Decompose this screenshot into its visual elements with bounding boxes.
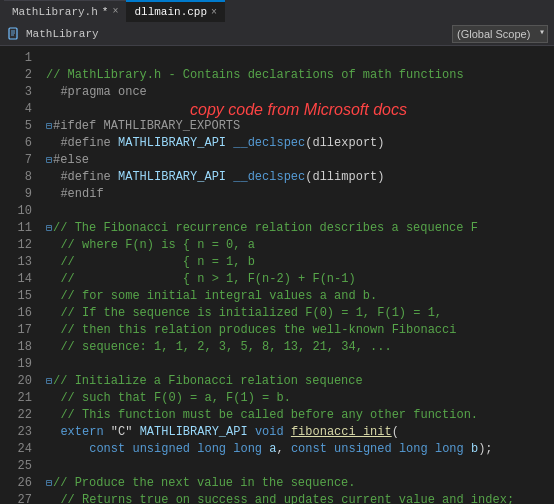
code-line-18 <box>46 356 546 373</box>
code-line-22: extern "C" MATHLIBRARY_API void fibonacc… <box>46 424 546 441</box>
tab-modified-indicator: * <box>102 6 109 18</box>
tab-bar: MathLibrary.h * × dllmain.cpp × <box>0 0 554 22</box>
code-line-6: ⊟#else <box>46 152 546 169</box>
code-line-26: // Returns true on success and updates c… <box>46 492 546 504</box>
tab-dllmain-cpp[interactable]: dllmain.cpp × <box>126 0 225 22</box>
code-line-7: #define MATHLIBRARY_API __declspec(dllim… <box>46 169 546 186</box>
breadcrumb: MathLibrary <box>26 28 99 40</box>
scope-dropdown[interactable]: (Global Scope) <box>452 25 548 43</box>
annotation-text: copy code from Microsoft docs <box>190 101 407 118</box>
tab-label: dllmain.cpp <box>134 6 207 18</box>
code-line-11: // where F(n) is { n = 0, a <box>46 237 546 254</box>
file-icon <box>6 26 22 42</box>
code-line-21: // This function must be called before a… <box>46 407 546 424</box>
code-line-3: copy code from Microsoft docs <box>46 101 546 118</box>
tab-label: MathLibrary.h <box>12 6 98 18</box>
code-line-2: #pragma once <box>46 84 546 101</box>
code-line-17: // sequence: 1, 1, 2, 3, 5, 8, 13, 21, 3… <box>46 339 546 356</box>
code-line-20: // such that F(0) = a, F(1) = b. <box>46 390 546 407</box>
code-editor[interactable]: 1 2 3 4 5 6 7 8 9 10 11 12 13 14 15 16 1… <box>0 46 554 504</box>
tab-mathlibrary-h[interactable]: MathLibrary.h * × <box>4 0 126 22</box>
code-line-10: ⊟// The Fibonacci recurrence relation de… <box>46 220 546 237</box>
code-line-25: ⊟// Produce the next value in the sequen… <box>46 475 546 492</box>
code-line-13: // { n > 1, F(n-2) + F(n-1) <box>46 271 546 288</box>
code-line-12: // { n = 1, b <box>46 254 546 271</box>
code-line-1: // MathLibrary.h - Contains declarations… <box>46 67 546 84</box>
code-line-5: #define MATHLIBRARY_API __declspec(dllex… <box>46 135 546 152</box>
scope-dropdown-wrapper[interactable]: (Global Scope) <box>452 25 548 43</box>
code-line-9 <box>46 203 546 220</box>
code-line-14: // for some initial integral values a an… <box>46 288 546 305</box>
code-line-23: const unsigned long long a, const unsign… <box>46 441 546 458</box>
code-line-4: ⊟#ifdef MATHLIBRARY_EXPORTS <box>46 118 546 135</box>
code-line-24 <box>46 458 546 475</box>
toolbar: MathLibrary (Global Scope) <box>0 22 554 46</box>
code-line-19: ⊟// Initialize a Fibonacci relation sequ… <box>46 373 546 390</box>
code-line-8: #endif <box>46 186 546 203</box>
code-text[interactable]: // MathLibrary.h - Contains declarations… <box>38 46 554 504</box>
svg-rect-0 <box>9 28 17 39</box>
close-icon[interactable]: × <box>211 7 217 18</box>
code-line-15: // If the sequence is initialized F(0) =… <box>46 305 546 322</box>
code-line-16: // then this relation produces the well-… <box>46 322 546 339</box>
close-icon[interactable]: × <box>112 6 118 17</box>
line-numbers: 1 2 3 4 5 6 7 8 9 10 11 12 13 14 15 16 1… <box>0 46 38 504</box>
